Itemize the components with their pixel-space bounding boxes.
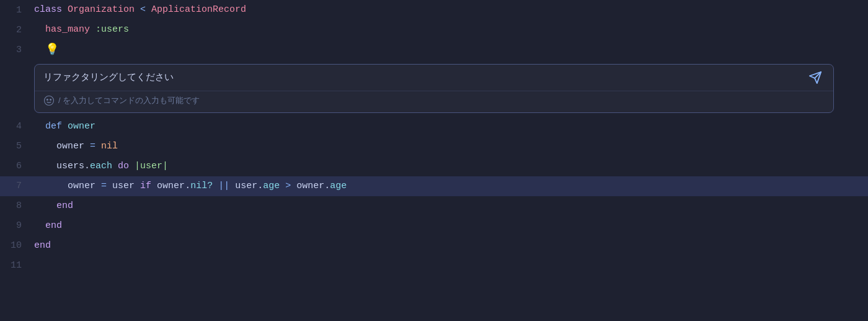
line-number-9: 9	[0, 220, 34, 231]
code-line-5: 5 owner = nil	[0, 137, 868, 156]
code-line-2: 2 has_many :users	[0, 20, 868, 40]
line-number-7: 7	[0, 181, 34, 191]
code-line-7: 7 owner = user if owner.nil? || user.age…	[0, 176, 868, 196]
line-content-2: has_many :users	[34, 22, 129, 37]
symbol-users: :users	[95, 24, 129, 35]
var-owner-assign: owner	[56, 141, 84, 151]
line-number-5: 5	[0, 141, 34, 151]
editor-container: 1 class Organization < ApplicationRecord…	[0, 0, 868, 321]
class-name-organization: Organization	[68, 4, 135, 15]
keyword-end-8: end	[56, 201, 73, 211]
operator-lt: <	[135, 4, 151, 15]
method-owner: owner	[68, 121, 95, 132]
line-content-5: owner = nil	[34, 139, 118, 154]
line-number-11: 11	[0, 260, 34, 271]
lightbulb-icon: 💡	[45, 43, 59, 56]
code-line-11: 11	[0, 256, 868, 276]
block-var-user: |user|	[135, 161, 168, 171]
line-content-6: users.each do |user|	[34, 159, 168, 174]
keyword-class: class	[34, 4, 68, 15]
line-content-1: class Organization < ApplicationRecord	[34, 2, 246, 17]
ai-hint-row: / を入力してコマンドの入力も可能です	[35, 91, 833, 112]
line-content-10: end	[34, 238, 51, 253]
line-content-11	[34, 258, 40, 273]
code-line-9: 9 end	[0, 216, 868, 236]
keyword-end-10: end	[34, 240, 51, 251]
line-number-1: 1	[0, 5, 34, 16]
line-content-4: def owner	[34, 119, 95, 134]
code-line-8: 8 end	[0, 196, 868, 216]
keyword-do: do	[118, 161, 129, 171]
code-line-10: 10 end	[0, 236, 868, 256]
ai-chat-input[interactable]	[43, 72, 806, 83]
method-each: each	[90, 161, 112, 171]
keyword-def: def	[45, 121, 68, 132]
code-area: 1 class Organization < ApplicationRecord…	[0, 0, 868, 276]
copilot-icon	[43, 95, 55, 106]
line-number-10: 10	[0, 240, 34, 251]
code-line-6: 6 users.each do |user|	[0, 156, 868, 176]
val-nil: nil	[101, 141, 118, 151]
svg-point-2	[50, 99, 51, 101]
var-users: users	[56, 161, 84, 171]
ai-send-button[interactable]	[806, 71, 825, 84]
keyword-hasmany: has_many	[45, 24, 90, 35]
line-content-3: 💡	[34, 41, 59, 59]
line-number-4: 4	[0, 121, 34, 132]
line-content-7: owner = user if owner.nil? || user.age >…	[34, 179, 347, 194]
ai-input-row	[35, 65, 833, 91]
line-number-6: 6	[0, 161, 34, 171]
line-content-8: end	[34, 199, 73, 214]
ai-hint-text: / を入力してコマンドの入力も可能です	[58, 95, 200, 106]
svg-point-0	[45, 96, 54, 105]
keyword-end-9: end	[45, 220, 62, 231]
line-content-9: end	[34, 219, 62, 233]
line-number-8: 8	[0, 201, 34, 211]
svg-point-1	[46, 99, 48, 101]
code-line-3: 3 💡	[0, 40, 868, 60]
ai-inline-popup: / を入力してコマンドの入力も可能です	[34, 64, 834, 113]
line-number-2: 2	[0, 25, 34, 35]
line-number-3: 3	[0, 45, 34, 55]
code-line-1: 1 class Organization < ApplicationRecord	[0, 0, 868, 20]
class-name-apprecord: ApplicationRecord	[151, 4, 246, 15]
code-line-4: 4 def owner	[0, 117, 868, 137]
